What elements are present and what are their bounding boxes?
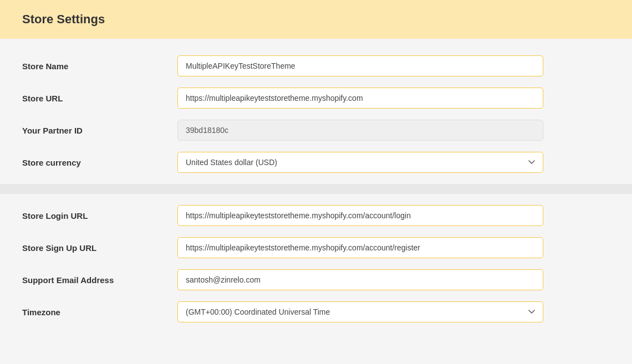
form-row-partner-id: Your Partner ID [22,120,610,141]
form-row-store-login-url: Store Login URL [22,205,610,226]
section-divider [0,184,632,194]
support-email-label: Support Email Address [22,275,177,285]
form-row-store-signup-url: Store Sign Up URL [22,237,610,258]
store-login-url-input[interactable] [177,205,543,226]
form-row-store-name: Store Name [22,55,610,76]
store-currency-label: Store currency [22,158,177,167]
page-title: Store Settings [22,12,610,27]
store-name-input[interactable] [177,55,543,76]
form-row-timezone: Timezone (GMT+00:00) Coordinated Univers… [22,301,610,322]
store-name-label: Store Name [22,61,177,71]
partner-id-input [177,120,543,141]
form-row-store-currency: Store currency United States dollar (USD… [22,152,610,173]
form-row-support-email: Support Email Address [22,269,610,290]
store-login-url-label: Store Login URL [22,211,177,221]
store-currency-select[interactable]: United States dollar (USD) Euro (EUR) Br… [177,152,543,173]
timezone-label: Timezone [22,307,177,317]
form-section-1: Store Name Store URL Your Partner ID Sto… [22,55,610,173]
store-url-label: Store URL [22,94,177,103]
partner-id-label: Your Partner ID [22,126,177,135]
store-signup-url-label: Store Sign Up URL [22,243,177,253]
store-signup-url-input[interactable] [177,237,543,258]
page-header: Store Settings [0,0,632,39]
form-row-store-url: Store URL [22,88,610,109]
timezone-select[interactable]: (GMT+00:00) Coordinated Universal Time (… [177,301,543,322]
store-url-input[interactable] [177,88,543,109]
support-email-input[interactable] [177,269,543,290]
page-content: Store Name Store URL Your Partner ID Sto… [0,39,632,350]
form-section-2: Store Login URL Store Sign Up URL Suppor… [22,205,610,322]
